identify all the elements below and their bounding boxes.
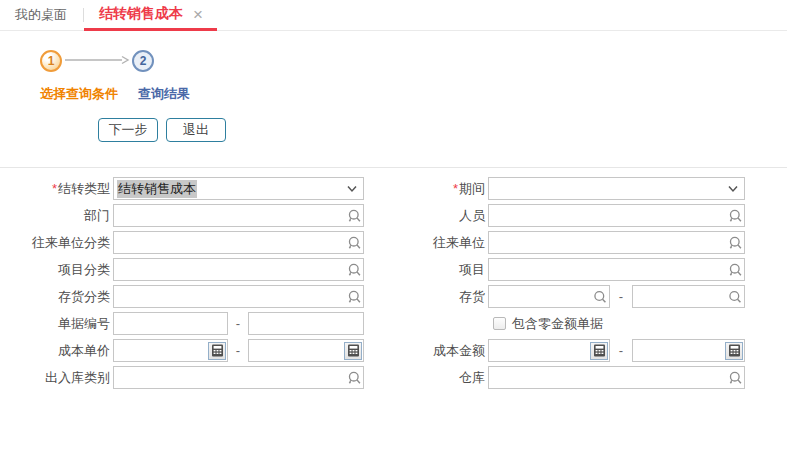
partner-category-label: 往来单位分类 <box>32 235 110 250</box>
calculator-icon[interactable] <box>208 342 226 360</box>
field-label-carryover-type: *结转类型 <box>0 180 113 198</box>
partner-category-inputbox <box>113 231 364 254</box>
inventory-range-input[interactable] <box>488 285 610 308</box>
field-label-cost-amount-range: 成本金额 <box>369 342 488 360</box>
form-row-doc-number-range: 单据编号- <box>0 312 364 335</box>
field-label-warehouse: 仓库 <box>369 369 488 387</box>
ref-lookup-icon[interactable] <box>727 262 742 277</box>
cost-amount-range-inputbox <box>632 339 745 362</box>
close-icon[interactable]: × <box>193 6 203 23</box>
required-marker: * <box>453 181 458 196</box>
inventory-category-inputbox <box>113 285 364 308</box>
partner-input[interactable] <box>488 231 745 254</box>
query-condition-form: *结转类型结转销售成本部门往来单位分类项目分类存货分类单据编号-成本单价-出入库… <box>0 168 787 393</box>
inout-category-inputbox <box>113 366 364 389</box>
ref-lookup-icon[interactable] <box>346 289 361 304</box>
cost-amount-range-inputbox <box>488 339 610 362</box>
step-1-label: 选择查询条件 <box>40 85 118 103</box>
project-category-label: 项目分类 <box>58 262 110 277</box>
doc-number-range-inputbox <box>248 312 364 335</box>
field-doc-number-range: - <box>113 312 364 335</box>
form-row-partner: 往来单位 <box>369 231 745 254</box>
field-department <box>113 204 364 227</box>
ref-lookup-icon[interactable] <box>346 262 361 277</box>
ref-lookup-icon[interactable] <box>727 235 742 250</box>
range-separator: - <box>228 343 248 358</box>
department-input[interactable] <box>113 204 364 227</box>
calculator-icon[interactable] <box>590 342 608 360</box>
ref-lookup-icon[interactable] <box>346 235 361 250</box>
form-row-period: *期间 <box>369 177 745 200</box>
exit-button[interactable]: 退出 <box>166 118 226 142</box>
ref-lookup-icon[interactable] <box>346 370 361 385</box>
doc-number-range-input[interactable] <box>113 312 228 335</box>
field-label-inventory-range: 存货 <box>369 288 488 306</box>
form-row-warehouse: 仓库 <box>369 366 745 389</box>
warehouse-input[interactable] <box>488 366 745 389</box>
department-inputbox <box>113 204 364 227</box>
wizard-steps: 1 2 选择查询条件 查询结果 <box>0 31 787 103</box>
form-row-cost-amount-range: 成本金额- <box>369 339 745 362</box>
field-label-inout-category: 出入库类别 <box>0 369 113 387</box>
personnel-input[interactable] <box>488 204 745 227</box>
field-cost-amount-range: - <box>488 339 745 362</box>
chevron-down-icon[interactable] <box>728 185 738 192</box>
checkbox-icon[interactable] <box>493 317 506 330</box>
form-row-department: 部门 <box>0 204 364 227</box>
field-label-period: *期间 <box>369 180 488 198</box>
project-input[interactable] <box>488 258 745 281</box>
ref-lookup-icon[interactable] <box>346 208 361 223</box>
doc-number-range-input[interactable] <box>248 312 364 335</box>
field-label-partner: 往来单位 <box>369 234 488 252</box>
form-row-personnel: 人员 <box>369 204 745 227</box>
search-icon[interactable] <box>593 290 607 304</box>
form-row-project-category: 项目分类 <box>0 258 364 281</box>
carryover-type-select[interactable]: 结转销售成本 <box>113 177 364 200</box>
form-row-inventory-range: 存货- <box>369 285 745 308</box>
tab-carryover-sales-cost[interactable]: 结转销售成本 × <box>84 0 217 31</box>
field-inout-category <box>113 366 364 389</box>
range-separator: - <box>610 343 632 358</box>
next-step-button[interactable]: 下一步 <box>98 118 158 142</box>
field-warehouse <box>488 366 745 389</box>
tab-my-desktop[interactable]: 我的桌面 <box>0 0 83 30</box>
form-row-partner-category: 往来单位分类 <box>0 231 364 254</box>
field-personnel <box>488 204 745 227</box>
ref-lookup-icon[interactable] <box>727 208 742 223</box>
unit-cost-range-inputbox <box>248 339 364 362</box>
form-row-inout-category: 出入库类别 <box>0 366 364 389</box>
period-label: 期间 <box>459 181 485 196</box>
tab-active-label: 结转销售成本 <box>99 5 183 23</box>
arrow-right-icon <box>64 54 130 69</box>
field-label-department: 部门 <box>0 207 113 225</box>
action-buttons: 下一步 退出 <box>0 103 787 142</box>
chevron-down-icon[interactable] <box>347 185 357 192</box>
inout-category-label: 出入库类别 <box>45 370 110 385</box>
search-icon[interactable] <box>728 290 742 304</box>
inout-category-input[interactable] <box>113 366 364 389</box>
project-category-input[interactable] <box>113 258 364 281</box>
inventory-range-inputbox <box>488 285 610 308</box>
department-label: 部门 <box>84 208 110 223</box>
warehouse-label: 仓库 <box>459 370 485 385</box>
step-2-label: 查询结果 <box>138 85 190 103</box>
ref-lookup-icon[interactable] <box>727 370 742 385</box>
doc-number-range-inputbox <box>113 312 228 335</box>
field-label-partner-category: 往来单位分类 <box>0 234 113 252</box>
field-partner-category <box>113 231 364 254</box>
inventory-range-inputbox <box>632 285 745 308</box>
cost-amount-range-label: 成本金额 <box>433 343 485 358</box>
include-zero-amount-checkbox[interactable]: 包含零金额单据 <box>493 315 603 333</box>
project-inputbox <box>488 258 745 281</box>
personnel-inputbox <box>488 204 745 227</box>
inventory-category-input[interactable] <box>113 285 364 308</box>
form-row-project: 项目 <box>369 258 745 281</box>
field-carryover-type: 结转销售成本 <box>113 177 364 200</box>
step-2-circle: 2 <box>132 50 154 72</box>
field-project <box>488 258 745 281</box>
period-select[interactable] <box>488 177 745 200</box>
partner-category-input[interactable] <box>113 231 364 254</box>
calculator-icon[interactable] <box>344 342 362 360</box>
calculator-icon[interactable] <box>725 342 743 360</box>
field-project-category <box>113 258 364 281</box>
